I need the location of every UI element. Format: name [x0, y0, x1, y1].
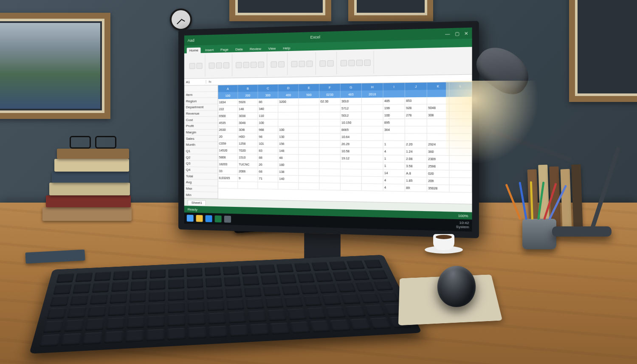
cell[interactable]: A.8	[405, 170, 427, 178]
row-label[interactable]: Department	[184, 104, 218, 110]
cell[interactable]	[427, 119, 450, 126]
cell[interactable]	[362, 133, 383, 141]
cell[interactable]: 1	[383, 162, 405, 170]
cell[interactable]	[319, 155, 340, 162]
cell[interactable]	[278, 105, 299, 113]
cell[interactable]	[405, 134, 427, 141]
ribbon-button[interactable]	[327, 60, 334, 66]
row-label[interactable]: Month	[184, 142, 218, 148]
column-header[interactable]: H	[362, 83, 383, 91]
row-label[interactable]: Q3	[184, 161, 218, 167]
cell[interactable]	[299, 147, 320, 155]
ribbon-button[interactable]	[356, 59, 363, 66]
cell[interactable]: 4	[383, 148, 405, 155]
column-subheader[interactable]	[383, 90, 405, 98]
tab-home[interactable]: Home	[187, 48, 201, 54]
cell[interactable]: 2598	[427, 163, 450, 170]
ribbon-button[interactable]	[319, 60, 326, 67]
cell[interactable]	[319, 119, 340, 127]
cell-grid[interactable]: 1834592686320002.30301048585322214834057…	[218, 97, 472, 193]
zoom-level[interactable]: 100%	[458, 214, 468, 218]
column-subheader[interactable]	[449, 89, 472, 97]
cell[interactable]	[218, 181, 238, 189]
cell[interactable]: 14520	[218, 147, 238, 154]
tab-page[interactable]: Page	[218, 47, 231, 53]
cell[interactable]	[299, 176, 320, 183]
ribbon-button[interactable]	[348, 59, 355, 66]
cell[interactable]: 020	[427, 170, 450, 178]
ribbon-button[interactable]	[307, 60, 313, 67]
row-label[interactable]: Max	[184, 186, 218, 192]
row-label[interactable]: Sales	[184, 135, 218, 142]
cell[interactable]	[299, 119, 320, 127]
cell[interactable]: 20	[218, 133, 238, 140]
cell[interactable]	[405, 119, 427, 126]
cell[interactable]	[278, 113, 299, 120]
cell[interactable]: 209	[427, 178, 450, 185]
row-label[interactable]: Total	[184, 173, 218, 180]
cell[interactable]	[449, 119, 472, 126]
row-label[interactable]: Margin	[184, 130, 218, 136]
cell[interactable]: 2630	[218, 127, 238, 133]
cell[interactable]	[362, 141, 383, 148]
column-subheader[interactable]: 200	[238, 92, 258, 99]
row-label[interactable]: Revenue	[184, 110, 218, 117]
maximize-button[interactable]: ▢	[455, 31, 459, 36]
cell[interactable]: 853	[405, 97, 427, 105]
cell[interactable]: 1834	[218, 99, 238, 106]
cell[interactable]: 35028	[427, 185, 450, 192]
cell[interactable]	[278, 183, 299, 190]
cell[interactable]: 278	[405, 112, 427, 119]
cell[interactable]: 9	[238, 175, 258, 182]
cell[interactable]: 180	[278, 161, 299, 169]
cell[interactable]	[319, 183, 340, 191]
cell[interactable]	[299, 141, 320, 148]
cell[interactable]: 3DB	[238, 127, 258, 133]
cell[interactable]: 1.24	[405, 148, 427, 155]
cell[interactable]: 1.85	[405, 177, 427, 185]
cell[interactable]: H0D	[238, 133, 258, 140]
cell[interactable]: 360	[427, 148, 450, 156]
cell[interactable]	[362, 127, 383, 134]
column-header[interactable]: F	[319, 84, 340, 91]
cell[interactable]	[449, 163, 472, 171]
cell[interactable]: 1	[383, 155, 405, 162]
cell[interactable]	[278, 119, 299, 127]
column-header[interactable]: B	[238, 85, 258, 92]
cell[interactable]	[449, 170, 472, 178]
cell[interactable]	[299, 112, 320, 119]
cell[interactable]: 26	[258, 161, 278, 169]
cell[interactable]: 5012	[341, 112, 362, 119]
cell[interactable]: 5712	[341, 105, 362, 112]
cell[interactable]	[319, 133, 340, 141]
cell[interactable]: 199	[383, 104, 405, 112]
column-subheader[interactable]	[427, 90, 450, 97]
cell[interactable]: 8665	[341, 127, 362, 134]
row-label[interactable]: Min	[184, 192, 218, 199]
cell[interactable]	[341, 169, 362, 176]
column-header[interactable]: A	[218, 85, 238, 92]
column-header[interactable]: L	[449, 82, 472, 90]
cell[interactable]: 33	[218, 168, 238, 175]
cell[interactable]	[319, 112, 340, 119]
cell[interactable]	[299, 169, 320, 176]
cell[interactable]	[449, 148, 472, 156]
cell[interactable]: T020	[238, 147, 258, 155]
ribbon-button[interactable]	[236, 62, 242, 68]
column-subheader[interactable]: 465	[341, 90, 362, 98]
formula-input[interactable]	[214, 78, 472, 82]
cell[interactable]	[362, 112, 383, 119]
cell[interactable]: 3.58	[405, 163, 427, 170]
minimize-button[interactable]: —	[445, 31, 450, 36]
ribbon-button[interactable]	[243, 62, 249, 68]
cell[interactable]: 130	[278, 133, 299, 141]
cell[interactable]	[362, 98, 383, 105]
cell[interactable]: 148	[278, 147, 299, 155]
cell[interactable]: 02.30	[319, 98, 340, 105]
row-label[interactable]: Avg	[184, 179, 218, 186]
cell[interactable]: 2.08	[405, 155, 427, 163]
cell[interactable]: 83	[258, 147, 278, 155]
cell[interactable]: 3200	[278, 98, 299, 105]
cell[interactable]: 988	[258, 127, 278, 133]
cell[interactable]: 895	[383, 119, 405, 126]
